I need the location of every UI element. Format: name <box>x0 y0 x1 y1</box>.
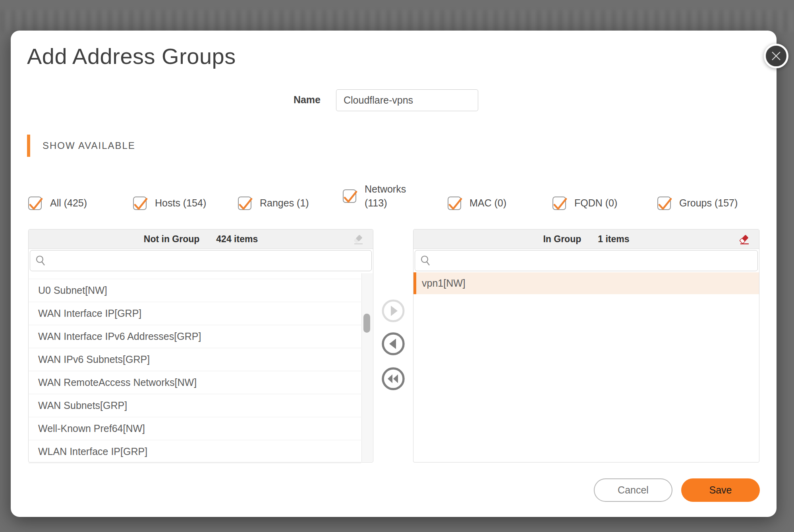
filter-label: Groups (157) <box>679 196 738 210</box>
add-address-groups-dialog: Add Address Groups Name SHOW AVAILABLE A… <box>11 31 777 517</box>
checkbox-checked-icon <box>28 197 42 210</box>
list-item[interactable]: U0 Subnet[NW] <box>29 279 361 302</box>
close-button[interactable] <box>764 44 788 68</box>
filter-ranges[interactable]: Ranges (1) <box>238 196 343 210</box>
in-group-search-input[interactable] <box>415 250 758 271</box>
type-filter-row: All (425) Hosts (154) Ranges (1) Network… <box>28 166 762 210</box>
filter-networks[interactable]: Networks (113) <box>343 182 448 210</box>
move-all-left-button[interactable] <box>381 367 405 391</box>
filter-groups[interactable]: Groups (157) <box>657 196 762 210</box>
list-row-partial <box>29 272 361 279</box>
filter-all[interactable]: All (425) <box>28 196 133 210</box>
filter-fqdn[interactable]: FQDN (0) <box>553 196 657 210</box>
background-overlay <box>0 10 794 32</box>
dialog-title: Add Address Groups <box>27 43 236 69</box>
filter-label: Ranges (1) <box>260 196 309 210</box>
close-icon <box>771 51 781 61</box>
panel-item-count: 1 items <box>598 234 629 245</box>
name-input[interactable] <box>336 89 478 111</box>
arrow-left-circle-icon <box>381 332 405 356</box>
filter-label: Hosts (154) <box>155 196 206 210</box>
filter-mac[interactable]: MAC (0) <box>448 196 553 210</box>
not-in-group-list: U0 Subnet[NW] WAN Interface IP[GRP] WAN … <box>29 272 373 463</box>
name-label: Name <box>265 94 321 106</box>
list-item[interactable]: WAN Subnets[GRP] <box>29 394 361 417</box>
not-in-group-search-input[interactable] <box>30 250 372 271</box>
checkbox-checked-icon <box>343 189 356 203</box>
checkbox-checked-icon <box>553 197 566 210</box>
list-item[interactable]: WLAN Interface IP[GRP] <box>29 440 361 463</box>
panel-item-count: 424 items <box>216 234 258 245</box>
cancel-button[interactable]: Cancel <box>594 478 672 502</box>
checkbox-checked-icon <box>238 197 251 210</box>
move-right-button[interactable] <box>381 299 405 323</box>
filter-label: MAC (0) <box>469 196 506 210</box>
selected-list-item[interactable]: vpn1[NW] <box>413 272 759 294</box>
section-accent-bar <box>27 135 30 157</box>
list-item[interactable]: Well-Known Pref64[NW] <box>29 417 361 440</box>
filter-label: FQDN (0) <box>574 196 617 210</box>
list-scrollbar-thumb[interactable] <box>363 314 370 333</box>
not-in-group-header: Not in Group 424 items <box>29 229 373 249</box>
checkbox-checked-icon <box>657 197 671 210</box>
filter-label: Networks (113) <box>365 182 415 210</box>
filter-hosts[interactable]: Hosts (154) <box>133 196 238 210</box>
list-item[interactable]: WAN Interface IPv6 Addresses[GRP] <box>29 325 361 348</box>
list-item[interactable]: WAN IPv6 Subnets[GRP] <box>29 348 361 371</box>
in-group-header: In Group 1 items <box>413 229 759 249</box>
eraser-icon <box>352 233 365 246</box>
panel-title: Not in Group <box>144 234 200 245</box>
arrow-right-circle-icon <box>381 299 405 323</box>
list-item[interactable]: WAN Interface IP[GRP] <box>29 302 361 325</box>
save-button[interactable]: Save <box>681 478 760 502</box>
double-arrow-left-circle-icon <box>381 367 405 391</box>
in-group-list: vpn1[NW] <box>413 272 759 294</box>
in-group-panel: In Group 1 items <box>413 229 759 463</box>
checkbox-checked-icon <box>448 197 461 210</box>
move-left-button[interactable] <box>381 332 405 356</box>
not-in-group-panel: Not in Group 424 items <box>28 229 373 463</box>
list-scrollbar-track[interactable] <box>361 273 373 462</box>
list-item[interactable]: WAN RemoteAccess Networks[NW] <box>29 371 361 394</box>
checkbox-checked-icon <box>133 197 147 210</box>
clear-list-button-disabled[interactable] <box>352 233 365 246</box>
panel-title: In Group <box>543 234 581 245</box>
eraser-icon-red <box>738 233 751 246</box>
show-available-header: SHOW AVAILABLE <box>43 140 135 151</box>
filter-label: All (425) <box>50 196 87 210</box>
clear-list-button[interactable] <box>738 233 751 246</box>
